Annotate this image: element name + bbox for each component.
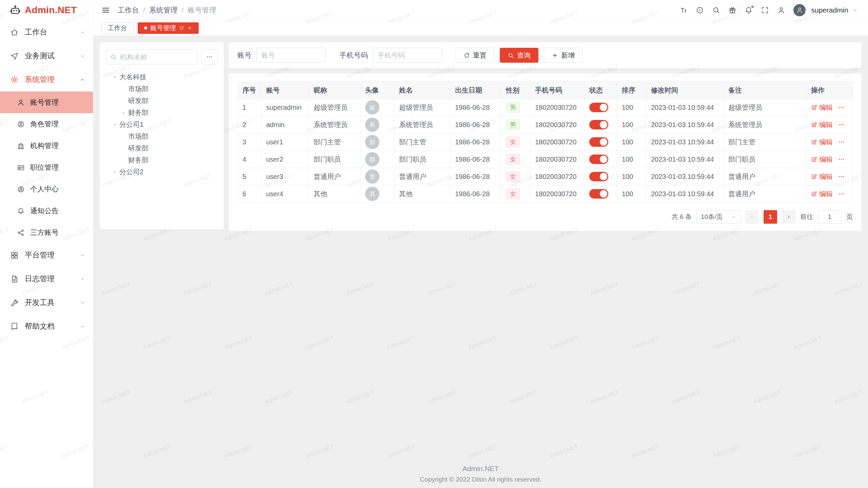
fullscreen-icon[interactable] bbox=[761, 6, 769, 14]
edit-button[interactable]: 编辑 bbox=[811, 155, 833, 164]
status-toggle[interactable] bbox=[589, 137, 608, 147]
more-actions-button[interactable] bbox=[838, 190, 845, 197]
search-icon[interactable] bbox=[712, 6, 720, 14]
tree-more-button[interactable] bbox=[201, 49, 218, 64]
cell-phone: 18020030720 bbox=[530, 168, 585, 185]
hamburger-menu-icon[interactable] bbox=[101, 6, 110, 15]
person-icon bbox=[17, 185, 25, 193]
more-actions-button[interactable] bbox=[838, 139, 845, 145]
tree-node[interactable]: 分公司2 bbox=[106, 166, 218, 178]
goto-page-input[interactable] bbox=[818, 210, 842, 224]
more-actions-button[interactable] bbox=[838, 156, 845, 163]
cell-remark: 部门职员 bbox=[724, 151, 806, 168]
cell-phone: 18020030720 bbox=[530, 134, 585, 151]
sidebar-item-workbench[interactable]: 工作台 bbox=[0, 20, 93, 44]
sidebar-item-system-management[interactable]: 系统管理 bbox=[0, 68, 93, 92]
tree-node[interactable]: 分公司1 bbox=[106, 119, 218, 130]
edit-button[interactable]: 编辑 bbox=[811, 138, 833, 147]
cell-actions: 编辑 bbox=[806, 151, 853, 168]
cell-actions: 编辑 bbox=[806, 168, 853, 185]
footer-copyright: Copyright © 2022 Dilon All rights reserv… bbox=[93, 476, 868, 483]
page-size-select[interactable]: 10条/页 bbox=[696, 210, 741, 224]
tree-expand-icon[interactable] bbox=[111, 74, 119, 81]
sidebar-item-notice[interactable]: 通知公告 bbox=[0, 200, 93, 222]
cell-status bbox=[585, 185, 617, 203]
cell-name: 普通用户 bbox=[394, 168, 450, 185]
user-avatar[interactable] bbox=[793, 4, 806, 16]
font-size-icon[interactable] bbox=[679, 6, 688, 14]
edit-button[interactable]: 编辑 bbox=[811, 103, 833, 112]
tree-expand-icon[interactable] bbox=[111, 168, 119, 176]
phone-label: 手机号码 bbox=[339, 50, 368, 60]
query-button[interactable]: 查询 bbox=[500, 48, 538, 63]
sidebar-item-help-docs[interactable]: 帮助文档 bbox=[0, 314, 93, 338]
status-toggle[interactable] bbox=[589, 120, 608, 129]
sidebar-item-dev-tools[interactable]: 开发工具 bbox=[0, 291, 93, 314]
logo[interactable]: Admin.NET bbox=[0, 0, 93, 20]
sidebar-item-account-management[interactable]: 账号管理 bbox=[0, 92, 93, 113]
org-tree-panel: 大名科技市场部研发部财务部分公司1市场部研发部财务部分公司2 bbox=[100, 42, 224, 229]
notification-bell-icon[interactable] bbox=[745, 6, 753, 14]
sidebar-item-position-management[interactable]: 职位管理 bbox=[0, 157, 93, 178]
tab-account-management[interactable]: 账号管理 bbox=[138, 22, 199, 34]
tree-node[interactable]: 财务部 bbox=[106, 107, 218, 119]
language-icon[interactable] bbox=[696, 6, 704, 14]
edit-button[interactable]: 编辑 bbox=[811, 172, 833, 181]
cell-sort: 100 bbox=[617, 185, 646, 203]
org-name-input[interactable] bbox=[120, 53, 193, 61]
page-size-value: 10条/页 bbox=[701, 212, 723, 221]
tree-node[interactable]: 市场部 bbox=[106, 83, 218, 95]
tree-node-label: 市场部 bbox=[128, 132, 149, 141]
user-settings-icon[interactable] bbox=[777, 6, 785, 14]
sidebar-item-log-management[interactable]: 日志管理 bbox=[0, 267, 93, 291]
sidebar-item-business-test[interactable]: 业务测试 bbox=[0, 44, 93, 68]
sidebar-item-org-management[interactable]: 机构管理 bbox=[0, 135, 93, 157]
gender-tag: 女 bbox=[506, 154, 520, 165]
edit-button[interactable]: 编辑 bbox=[811, 120, 833, 129]
sidebar-item-third-party-account[interactable]: 三方账号 bbox=[0, 222, 93, 243]
tree-node[interactable]: 大名科技 bbox=[106, 71, 218, 83]
next-page-button[interactable] bbox=[782, 210, 795, 224]
more-actions-button[interactable] bbox=[838, 121, 845, 128]
tree-node[interactable]: 研发部 bbox=[106, 142, 218, 154]
sidebar-item-role-management[interactable]: 角色管理 bbox=[0, 113, 93, 135]
tree-expand-icon[interactable] bbox=[120, 109, 127, 117]
add-button[interactable]: 新增 bbox=[544, 48, 583, 63]
status-toggle[interactable] bbox=[589, 172, 608, 181]
edit-button[interactable]: 编辑 bbox=[811, 189, 833, 199]
tree-node[interactable]: 市场部 bbox=[106, 130, 218, 142]
tree-node[interactable]: 研发部 bbox=[106, 95, 218, 107]
table-row: 3user1部门主管部部门主管1986-06-28女18020030720100… bbox=[238, 134, 853, 151]
tree-expand-icon[interactable] bbox=[111, 121, 119, 128]
phone-input[interactable] bbox=[373, 48, 442, 63]
chevron-down-icon bbox=[80, 252, 85, 258]
prev-page-button[interactable] bbox=[745, 210, 759, 224]
breadcrumb-item[interactable]: 工作台 bbox=[118, 5, 139, 15]
cell-remark: 部门主管 bbox=[724, 134, 806, 151]
account-input[interactable] bbox=[256, 48, 326, 63]
tab-refresh-icon[interactable] bbox=[179, 25, 184, 30]
more-actions-button[interactable] bbox=[838, 104, 845, 111]
page-number-1[interactable]: 1 bbox=[764, 210, 777, 224]
user-menu-caret-icon[interactable] bbox=[852, 7, 858, 13]
gift-icon[interactable] bbox=[728, 6, 736, 14]
tab-workbench[interactable]: 工作台 bbox=[101, 22, 134, 34]
tab-bar: 工作台账号管理 bbox=[93, 20, 868, 36]
reset-button[interactable]: 重置 bbox=[456, 48, 494, 63]
cell-phone: 18020030720 bbox=[530, 99, 585, 116]
cell-birthdate: 1986-06-28 bbox=[450, 168, 501, 185]
cell-no: 5 bbox=[238, 168, 261, 185]
sidebar-item-personal-center[interactable]: 个人中心 bbox=[0, 178, 93, 200]
status-toggle[interactable] bbox=[589, 189, 608, 199]
status-toggle[interactable] bbox=[589, 103, 608, 112]
sidebar-item-platform-management[interactable]: 平台管理 bbox=[0, 243, 93, 267]
more-actions-button[interactable] bbox=[838, 173, 845, 180]
tree-node[interactable]: 财务部 bbox=[106, 154, 218, 166]
breadcrumb-separator: / bbox=[143, 6, 145, 14]
breadcrumb-item[interactable]: 系统管理 bbox=[149, 5, 178, 15]
sidebar-item-label: 三方账号 bbox=[30, 228, 85, 237]
tab-close-icon[interactable] bbox=[187, 25, 192, 30]
tree-caret-spacer bbox=[120, 85, 127, 93]
status-toggle[interactable] bbox=[589, 155, 608, 164]
username[interactable]: superadmin bbox=[811, 6, 848, 14]
